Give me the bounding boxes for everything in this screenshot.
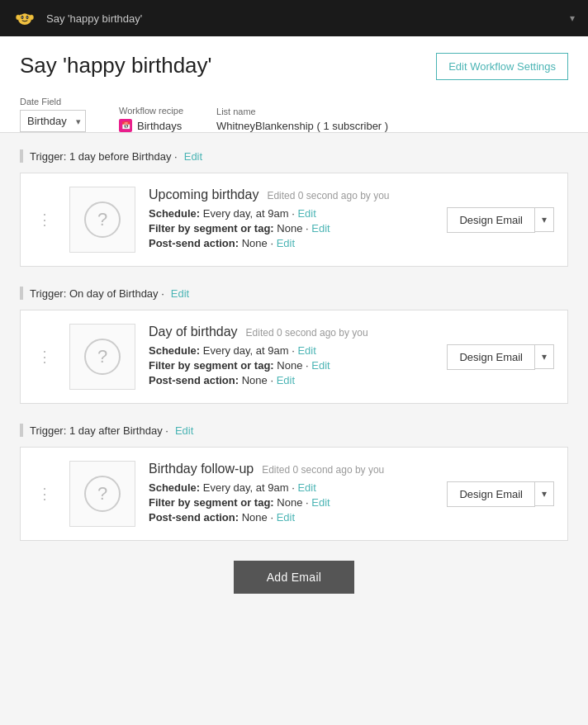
email-postsend-2: Post-send action: None · Edit bbox=[149, 374, 434, 386]
top-bar-dropdown-icon[interactable]: ▾ bbox=[570, 12, 575, 24]
date-field-meta: Date Field Birthday bbox=[20, 97, 86, 132]
recipe-value: 📅 Birthdays bbox=[119, 119, 183, 132]
filter-prefix-2: Filter by segment or tag: bbox=[149, 359, 274, 372]
schedule-value-1: Every day, at 9am · bbox=[203, 207, 298, 220]
email-name-row-1: Upcoming birthday Edited 0 second ago by… bbox=[149, 187, 434, 202]
top-navigation-bar: Say 'happy birthday' ▾ bbox=[0, 0, 588, 36]
svg-point-6 bbox=[30, 15, 34, 20]
trigger-label-1: Trigger: 1 day before Birthday · bbox=[30, 150, 178, 163]
add-email-button[interactable]: Add Email bbox=[234, 561, 355, 594]
email-thumbnail-2: ? bbox=[69, 324, 135, 390]
schedule-value-3: Every day, at 9am · bbox=[203, 481, 298, 494]
postsend-edit-link-3[interactable]: Edit bbox=[277, 511, 295, 524]
postsend-value-3: None · bbox=[242, 511, 277, 524]
schedule-edit-link-3[interactable]: Edit bbox=[297, 481, 315, 494]
add-email-section: Add Email bbox=[20, 561, 568, 618]
email-name-row-3: Birthday follow-up Edited 0 second ago b… bbox=[149, 462, 434, 476]
recipe-calendar-icon: 📅 bbox=[119, 119, 132, 132]
postsend-prefix-3: Post-send action: bbox=[149, 511, 239, 524]
email-card-1: ⋮ ? Upcoming birthday Edited 0 second ag… bbox=[20, 173, 568, 267]
filter-prefix-3: Filter by segment or tag: bbox=[149, 496, 274, 509]
main-content: Trigger: 1 day before Birthday · Edit ⋮ … bbox=[0, 133, 588, 635]
trigger-bar-icon bbox=[20, 149, 23, 163]
design-email-button-1[interactable]: Design Email bbox=[447, 207, 535, 233]
trigger-3-edit-link[interactable]: Edit bbox=[175, 424, 193, 437]
page-header-top: Say 'happy birthday' Edit Workflow Setti… bbox=[20, 53, 568, 80]
filter-value-1: None · bbox=[277, 222, 311, 235]
design-email-dropdown-3[interactable]: ▾ bbox=[535, 481, 554, 506]
design-email-button-2[interactable]: Design Email bbox=[447, 344, 535, 370]
trigger-group-2: Trigger: On day of Birthday · Edit ⋮ ? D… bbox=[20, 287, 568, 404]
filter-edit-link-3[interactable]: Edit bbox=[311, 496, 330, 509]
edit-workflow-button[interactable]: Edit Workflow Settings bbox=[436, 53, 568, 80]
email-card-3: ⋮ ? Birthday follow-up Edited 0 second a… bbox=[20, 447, 568, 541]
design-email-dropdown-2[interactable]: ▾ bbox=[535, 344, 554, 369]
mailchimp-logo bbox=[13, 7, 36, 30]
schedule-prefix-1: Schedule: bbox=[149, 207, 200, 220]
email-edited-2: Edited 0 second ago by you bbox=[246, 327, 368, 339]
filter-edit-link-1[interactable]: Edit bbox=[311, 222, 330, 235]
svg-point-4 bbox=[26, 17, 27, 18]
email-schedule-2: Schedule: Every day, at 9am · Edit bbox=[149, 344, 434, 357]
filter-edit-link-2[interactable]: Edit bbox=[311, 359, 330, 372]
trigger-label-3: Trigger: 1 day after Birthday · bbox=[30, 424, 168, 437]
email-actions-2: Design Email ▾ bbox=[447, 344, 554, 370]
recipe-label: Workflow recipe bbox=[119, 106, 183, 116]
drag-handle-1[interactable]: ⋮ bbox=[34, 211, 56, 229]
question-icon-3: ? bbox=[84, 476, 121, 512]
postsend-prefix-1: Post-send action: bbox=[149, 237, 239, 249]
email-details-2: Day of birthday Edited 0 second ago by y… bbox=[149, 325, 434, 389]
email-name-row-2: Day of birthday Edited 0 second ago by y… bbox=[149, 325, 434, 339]
trigger-1-edit-link[interactable]: Edit bbox=[184, 150, 202, 163]
list-name-value: WhitneyBlankenship ( 1 subscriber ) bbox=[216, 120, 388, 132]
svg-point-0 bbox=[18, 13, 31, 25]
email-postsend-1: Post-send action: None · Edit bbox=[149, 237, 434, 249]
svg-point-3 bbox=[21, 17, 22, 18]
list-name-meta: List name WhitneyBlankenship ( 1 subscri… bbox=[216, 107, 388, 132]
email-name-2: Day of birthday bbox=[149, 325, 238, 339]
schedule-edit-link-2[interactable]: Edit bbox=[297, 344, 315, 357]
svg-point-5 bbox=[17, 15, 21, 20]
question-icon-2: ? bbox=[84, 339, 121, 375]
email-card-2: ⋮ ? Day of birthday Edited 0 second ago … bbox=[20, 310, 568, 404]
filter-prefix-1: Filter by segment or tag: bbox=[149, 222, 274, 235]
schedule-prefix-3: Schedule: bbox=[149, 481, 200, 494]
page-title: Say 'happy birthday' bbox=[20, 53, 212, 78]
postsend-value-2: None · bbox=[242, 374, 277, 386]
trigger-header-3: Trigger: 1 day after Birthday · Edit bbox=[20, 424, 568, 437]
date-field-label: Date Field bbox=[20, 97, 86, 107]
email-postsend-3: Post-send action: None · Edit bbox=[149, 511, 434, 524]
email-details-3: Birthday follow-up Edited 0 second ago b… bbox=[149, 462, 434, 526]
email-thumbnail-1: ? bbox=[69, 187, 135, 253]
recipe-meta: Workflow recipe 📅 Birthdays bbox=[119, 106, 183, 132]
drag-handle-2[interactable]: ⋮ bbox=[34, 348, 56, 366]
trigger-group-1: Trigger: 1 day before Birthday · Edit ⋮ … bbox=[20, 149, 568, 267]
schedule-edit-link-1[interactable]: Edit bbox=[297, 207, 315, 220]
date-field-select[interactable]: Birthday bbox=[20, 110, 86, 132]
trigger-header-1: Trigger: 1 day before Birthday · Edit bbox=[20, 149, 568, 163]
filter-value-2: None · bbox=[277, 359, 311, 372]
trigger-header-2: Trigger: On day of Birthday · Edit bbox=[20, 287, 568, 300]
email-name-1: Upcoming birthday bbox=[149, 187, 258, 202]
recipe-name: Birthdays bbox=[137, 120, 182, 132]
email-name-3: Birthday follow-up bbox=[149, 462, 254, 476]
trigger-2-edit-link[interactable]: Edit bbox=[171, 287, 189, 300]
page-header: Say 'happy birthday' Edit Workflow Setti… bbox=[0, 36, 588, 133]
filter-value-3: None · bbox=[277, 496, 311, 509]
drag-handle-3[interactable]: ⋮ bbox=[34, 485, 56, 503]
trigger-group-3: Trigger: 1 day after Birthday · Edit ⋮ ?… bbox=[20, 424, 568, 541]
postsend-prefix-2: Post-send action: bbox=[149, 374, 239, 386]
design-email-dropdown-1[interactable]: ▾ bbox=[535, 207, 554, 232]
email-actions-3: Design Email ▾ bbox=[447, 481, 554, 507]
design-email-button-3[interactable]: Design Email bbox=[447, 481, 535, 507]
postsend-edit-link-1[interactable]: Edit bbox=[277, 237, 295, 249]
top-bar-left: Say 'happy birthday' bbox=[13, 7, 142, 30]
date-field-select-wrapper[interactable]: Birthday bbox=[20, 110, 86, 132]
schedule-prefix-2: Schedule: bbox=[149, 344, 200, 357]
email-edited-1: Edited 0 second ago by you bbox=[267, 190, 389, 201]
postsend-edit-link-2[interactable]: Edit bbox=[277, 374, 295, 386]
email-details-1: Upcoming birthday Edited 0 second ago by… bbox=[149, 187, 434, 252]
list-name-label: List name bbox=[216, 107, 388, 116]
email-thumbnail-3: ? bbox=[69, 461, 135, 527]
trigger-bar-icon-3 bbox=[20, 424, 23, 437]
